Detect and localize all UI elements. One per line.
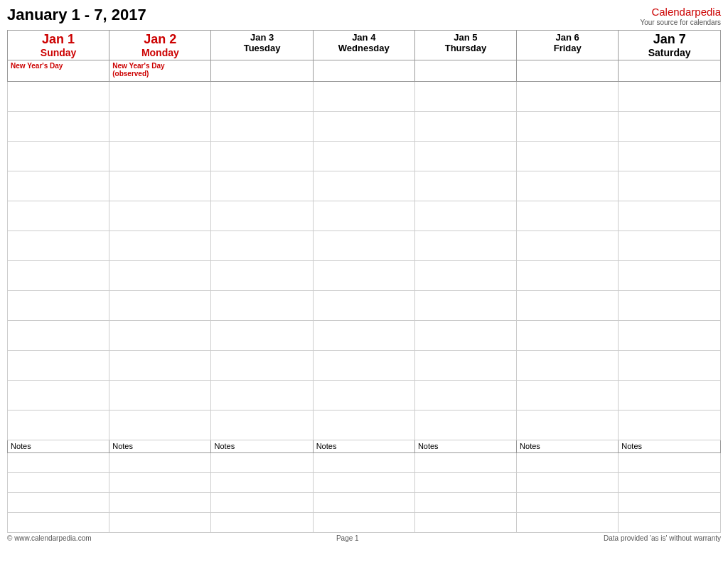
brand-calendar: Calendar (651, 6, 695, 18)
content-row (8, 82, 721, 112)
holiday-4 (313, 60, 414, 82)
footer-center: Page 1 (92, 534, 604, 542)
holiday-5 (414, 60, 516, 82)
holiday-row: New Year's Day New Year's Day(observed) (8, 60, 721, 82)
content-row (8, 321, 721, 351)
notes-label-7: Notes (619, 440, 721, 453)
content-row (8, 261, 721, 291)
day-weekday-3: Tuesday (214, 43, 309, 53)
day-weekday-6: Friday (520, 43, 615, 53)
content-row (8, 201, 721, 231)
calendar-page: January 1 - 7, 2017 Calendarpedia Your s… (0, 0, 728, 572)
holiday-6 (517, 60, 619, 82)
holiday-3 (211, 60, 313, 82)
notes-header-row: Notes Notes Notes Notes Notes Notes Note… (8, 440, 721, 453)
day-num-7: Jan 7 (621, 32, 717, 47)
day-col-2: Jan 2 Monday (109, 31, 211, 60)
content-row (8, 231, 721, 261)
day-num-6: Jan 6 (520, 32, 615, 43)
brand-pedia: pedia (695, 6, 721, 18)
day-weekday-7: Saturday (621, 47, 717, 58)
day-num-3: Jan 3 (214, 32, 309, 43)
notes-body-row (8, 493, 721, 513)
day-weekday-1: Sunday (11, 47, 106, 58)
notes-label-5: Notes (414, 440, 516, 453)
day-num-1: Jan 1 (11, 32, 106, 47)
content-row (8, 381, 721, 411)
brand-name: Calendarpedia (640, 6, 721, 18)
notes-body-row (8, 453, 721, 473)
day-weekday-5: Thursday (418, 43, 513, 53)
content-row (8, 171, 721, 201)
notes-label-6: Notes (517, 440, 619, 453)
day-num-4: Jan 4 (316, 32, 412, 43)
page-footer: © www.calendarpedia.com Page 1 Data prov… (7, 534, 721, 542)
calendar-table: Jan 1 Sunday Jan 2 Monday Jan 3 Tuesday … (7, 30, 721, 533)
notes-body-row (8, 513, 721, 533)
content-row (8, 112, 721, 142)
brand-block: Calendarpedia Your source for calendars (640, 6, 721, 27)
footer-left: © www.calendarpedia.com (7, 534, 92, 542)
notes-label-2: Notes (109, 440, 211, 453)
day-num-5: Jan 5 (418, 32, 513, 43)
notes-body-row (8, 473, 721, 493)
holiday-2: New Year's Day(observed) (109, 60, 211, 82)
day-col-7: Jan 7 Saturday (619, 31, 721, 60)
day-num-2: Jan 2 (112, 32, 208, 47)
day-header-row: Jan 1 Sunday Jan 2 Monday Jan 3 Tuesday … (8, 31, 721, 60)
holiday-7 (619, 60, 721, 82)
notes-label-3: Notes (211, 440, 313, 453)
content-row (8, 142, 721, 171)
day-col-1: Jan 1 Sunday (8, 31, 109, 60)
page-header: January 1 - 7, 2017 Calendarpedia Your s… (7, 6, 721, 27)
day-weekday-4: Wednesday (316, 43, 412, 53)
day-weekday-2: Monday (112, 47, 208, 58)
day-col-5: Jan 5 Thursday (414, 31, 516, 60)
day-col-3: Jan 3 Tuesday (211, 31, 313, 60)
notes-label-1: Notes (8, 440, 109, 453)
content-row (8, 411, 721, 440)
page-title: January 1 - 7, 2017 (7, 6, 146, 24)
day-col-6: Jan 6 Friday (517, 31, 619, 60)
content-row (8, 351, 721, 381)
content-row (8, 291, 721, 321)
notes-label-4: Notes (313, 440, 414, 453)
holiday-1: New Year's Day (8, 60, 109, 82)
brand-subtitle: Your source for calendars (640, 18, 721, 27)
footer-right: Data provided 'as is' without warranty (604, 534, 721, 542)
day-col-4: Jan 4 Wednesday (313, 31, 414, 60)
